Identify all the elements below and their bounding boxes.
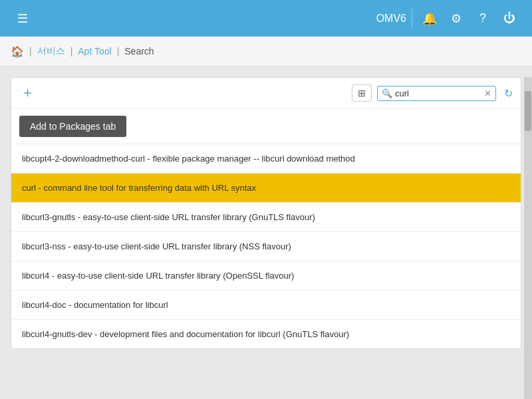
grid-icon: ⊞	[358, 88, 366, 98]
topbar: ☰ OMV6 🔔 ⚙ ? ⏻	[0, 0, 532, 37]
result-item[interactable]: libcurl4-doc - documentation for libcurl	[11, 291, 521, 320]
results-list: libcupt4-2-downloadmethod-curl - flexibl…	[11, 144, 521, 348]
bell-icon: 🔔	[422, 11, 437, 26]
breadcrumb-search: Search	[124, 46, 154, 57]
search-box: 🔍 ✕	[377, 86, 496, 101]
home-icon[interactable]: 🏠	[11, 45, 24, 58]
help-button[interactable]: ?	[471, 7, 495, 31]
hamburger-button[interactable]: ☰	[11, 7, 35, 31]
search-input[interactable]	[395, 88, 481, 98]
refresh-icon: ↻	[504, 88, 513, 99]
main-content: + ⊞ 🔍 ✕ ↻ Add to Packages tab libcupt4-2…	[0, 66, 532, 399]
result-item[interactable]: libcurl3-gnutls - easy-to-use client-sid…	[11, 203, 521, 232]
grid-view-button[interactable]: ⊞	[352, 84, 372, 102]
card-toolbar: + ⊞ 🔍 ✕ ↻	[11, 78, 521, 109]
breadcrumb-sep-3: |	[117, 46, 120, 57]
results-card: + ⊞ 🔍 ✕ ↻ Add to Packages tab libcupt4-2…	[11, 77, 521, 349]
search-clear-icon[interactable]: ✕	[484, 88, 491, 98]
add-button[interactable]: +	[19, 84, 36, 102]
divider	[412, 9, 412, 29]
result-item[interactable]: libcupt4-2-downloadmethod-curl - flexibl…	[11, 144, 521, 174]
breadcrumb-services[interactable]: 서비스	[37, 45, 65, 57]
app-title: OMV6	[376, 13, 406, 25]
power-icon: ⏻	[503, 11, 515, 25]
breadcrumb: 🏠 | 서비스 | Apt Tool | Search	[0, 37, 532, 66]
scrollbar-thumb[interactable]	[525, 91, 531, 131]
breadcrumb-sep-2: |	[70, 46, 73, 57]
result-item[interactable]: libcurl4-gnutls-dev - development files …	[11, 320, 521, 348]
breadcrumb-sep-1: |	[29, 46, 32, 57]
add-to-packages-button[interactable]: Add to Packages tab	[19, 116, 126, 137]
result-item[interactable]: libcurl4 - easy-to-use client-side URL t…	[11, 261, 521, 291]
bell-button[interactable]: 🔔	[418, 7, 442, 31]
topbar-right: OMV6 🔔 ⚙ ? ⏻	[376, 7, 521, 31]
gear-icon: ⚙	[451, 11, 462, 26]
scrollbar[interactable]	[524, 77, 532, 399]
refresh-button[interactable]: ↻	[504, 87, 513, 100]
search-icon: 🔍	[382, 88, 392, 98]
help-icon: ?	[479, 11, 486, 25]
gear-button[interactable]: ⚙	[444, 7, 468, 31]
result-item[interactable]: curl - command line tool for transferrin…	[11, 174, 521, 203]
result-item[interactable]: libcurl3-nss - easy-to-use client-side U…	[11, 232, 521, 261]
power-button[interactable]: ⏻	[497, 7, 521, 31]
breadcrumb-apt-tool[interactable]: Apt Tool	[78, 46, 111, 57]
topbar-left: ☰	[11, 7, 35, 31]
